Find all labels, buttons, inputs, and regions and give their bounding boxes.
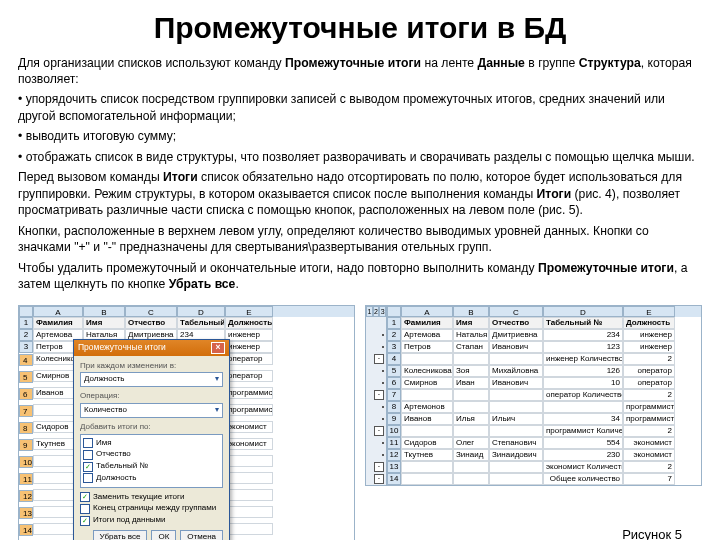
cell[interactable]: инженер: [225, 341, 273, 353]
cell[interactable]: Петров: [401, 341, 453, 353]
cell[interactable]: Наталья: [453, 329, 489, 341]
row-header[interactable]: 12: [387, 449, 401, 461]
cell[interactable]: Отчество: [489, 317, 543, 329]
cell[interactable]: [225, 489, 273, 501]
cell[interactable]: Ильич: [489, 413, 543, 425]
collapse-button[interactable]: -: [374, 354, 384, 364]
cell[interactable]: Зинаидович: [489, 449, 543, 461]
row-header[interactable]: 11: [387, 437, 401, 449]
cell[interactable]: [453, 461, 489, 473]
cell[interactable]: оператор Количество: [543, 389, 623, 401]
cell[interactable]: 10: [543, 377, 623, 389]
cell[interactable]: инженер: [225, 329, 273, 341]
check-pagebreak[interactable]: Конец страницы между группами: [80, 503, 223, 514]
cell[interactable]: Иванов: [401, 413, 453, 425]
row-header[interactable]: 7: [19, 405, 33, 417]
cell[interactable]: [225, 523, 273, 535]
row-header[interactable]: 14: [19, 524, 33, 536]
cell[interactable]: [489, 353, 543, 365]
row-header[interactable]: 13: [19, 507, 33, 519]
cell[interactable]: [489, 473, 543, 485]
row-header[interactable]: 2: [387, 329, 401, 341]
check-below[interactable]: ✓Итоги под данными: [80, 515, 223, 526]
cell[interactable]: Ткутнев: [401, 449, 453, 461]
cell[interactable]: инженер: [623, 341, 675, 353]
row-header[interactable]: 13: [387, 461, 401, 473]
close-icon[interactable]: ×: [211, 342, 225, 354]
cell[interactable]: [401, 353, 453, 365]
cell[interactable]: Олег: [453, 437, 489, 449]
cell[interactable]: [401, 389, 453, 401]
row-header[interactable]: 1: [387, 317, 401, 329]
cell[interactable]: программист: [225, 387, 273, 399]
cell[interactable]: Табельный №: [177, 317, 225, 329]
row-header[interactable]: 8: [19, 422, 33, 434]
cell[interactable]: 2: [623, 425, 675, 437]
cell[interactable]: [543, 401, 623, 413]
cell[interactable]: 126: [543, 365, 623, 377]
cell[interactable]: Фамилия: [33, 317, 83, 329]
cell[interactable]: 554: [543, 437, 623, 449]
ok-button[interactable]: ОК: [151, 530, 176, 540]
field3-listbox[interactable]: ИмяОтчество✓Табельный №Должность: [80, 434, 223, 488]
cell[interactable]: Имя: [453, 317, 489, 329]
collapse-button[interactable]: -: [374, 474, 384, 484]
cell[interactable]: Стапан: [453, 341, 489, 353]
cell[interactable]: [453, 473, 489, 485]
row-header[interactable]: 9: [19, 439, 33, 451]
cell[interactable]: Сидоров: [401, 437, 453, 449]
row-header[interactable]: 8: [387, 401, 401, 413]
dialog-titlebar[interactable]: Промежуточные итоги ×: [74, 340, 229, 356]
cell[interactable]: Иван: [453, 377, 489, 389]
row-header[interactable]: 4: [387, 353, 401, 365]
collapse-button[interactable]: -: [374, 462, 384, 472]
cancel-button[interactable]: Отмена: [180, 530, 223, 540]
cell[interactable]: Имя: [83, 317, 125, 329]
field2-select[interactable]: Количество▾: [80, 403, 223, 418]
cell[interactable]: экономист: [225, 438, 273, 450]
cell[interactable]: 230: [543, 449, 623, 461]
cell[interactable]: экономист Количество: [543, 461, 623, 473]
cell[interactable]: [453, 425, 489, 437]
cell[interactable]: [225, 472, 273, 484]
cell[interactable]: инженер: [623, 329, 675, 341]
cell[interactable]: программист: [623, 401, 675, 413]
cell[interactable]: Табельный №: [543, 317, 623, 329]
cell[interactable]: [453, 353, 489, 365]
row-header[interactable]: 7: [387, 389, 401, 401]
cell[interactable]: 2: [623, 353, 675, 365]
cell[interactable]: [489, 389, 543, 401]
cell[interactable]: [225, 455, 273, 467]
cell[interactable]: [401, 425, 453, 437]
cell[interactable]: Должность: [225, 317, 273, 329]
cell[interactable]: Отчество: [125, 317, 177, 329]
cell[interactable]: Должность: [623, 317, 675, 329]
outline-level-button[interactable]: 3: [379, 306, 386, 317]
cell[interactable]: оператор: [225, 353, 273, 365]
row-header[interactable]: 5: [19, 371, 33, 383]
cell[interactable]: 234: [543, 329, 623, 341]
cell[interactable]: 2: [623, 461, 675, 473]
cell[interactable]: оператор: [623, 365, 675, 377]
cell[interactable]: Иванович: [489, 341, 543, 353]
row-header[interactable]: 6: [387, 377, 401, 389]
remove-all-button[interactable]: Убрать все: [93, 530, 148, 540]
row-header[interactable]: 1: [19, 317, 33, 329]
cell[interactable]: 34: [543, 413, 623, 425]
cell[interactable]: программист: [225, 404, 273, 416]
cell[interactable]: Илья: [453, 413, 489, 425]
cell[interactable]: 7: [623, 473, 675, 485]
cell[interactable]: [401, 461, 453, 473]
cell[interactable]: 2: [623, 389, 675, 401]
cell[interactable]: [489, 461, 543, 473]
row-header[interactable]: 3: [387, 341, 401, 353]
cell[interactable]: Фамилия: [401, 317, 453, 329]
cell[interactable]: [225, 506, 273, 518]
row-header[interactable]: 2: [19, 329, 33, 341]
outline-level-button[interactable]: 1: [366, 306, 373, 317]
outline-level-button[interactable]: 2: [373, 306, 380, 317]
cell[interactable]: оператор: [225, 370, 273, 382]
cell[interactable]: Артемонов: [401, 401, 453, 413]
cell[interactable]: [489, 401, 543, 413]
list-item[interactable]: Должность: [83, 473, 220, 484]
